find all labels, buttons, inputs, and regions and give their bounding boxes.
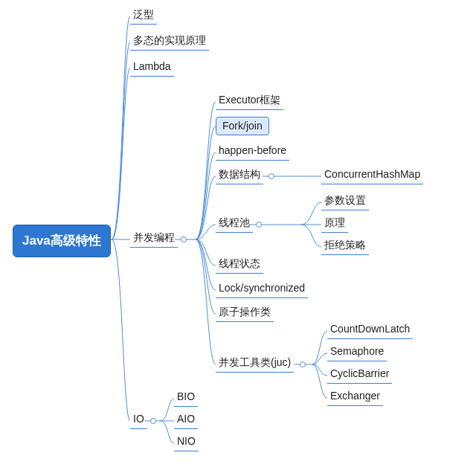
expand-toggle-io[interactable] [150, 418, 156, 424]
node-bio[interactable]: BIO [174, 388, 198, 407]
node-nio[interactable]: NIO [174, 433, 199, 451]
node-threadpool-params[interactable]: 参数设置 [321, 192, 369, 210]
node-label: IO [130, 411, 147, 429]
node-forkjoin[interactable]: Fork/join [216, 117, 269, 135]
mindmap-canvas: { "root": { "label": "Java高级特性" }, "leve… [0, 0, 476, 470]
node-label: CyclicBarrier [327, 365, 392, 384]
node-label: Semaphore [327, 343, 387, 361]
node-io[interactable]: IO [130, 411, 147, 429]
node-label: Lock/synchronized [216, 280, 308, 298]
node-label: 线程状态 [216, 255, 263, 274]
node-label: 参数设置 [321, 192, 369, 210]
expand-toggle-juc[interactable] [300, 361, 306, 367]
node-juc[interactable]: 并发工具类(juc) [216, 354, 294, 373]
node-threadpool-reject[interactable]: 拒绝策略 [321, 236, 369, 255]
node-executor[interactable]: Executor框架 [216, 91, 283, 110]
node-countdownlatch[interactable]: CountDownLatch [327, 321, 413, 339]
root-label: Java高级特性 [13, 225, 111, 257]
node-happenbefore[interactable]: happen-before [216, 142, 289, 161]
node-semaphore[interactable]: Semaphore [327, 343, 387, 361]
node-label: 原子操作类 [216, 303, 274, 322]
node-label: Exchanger [327, 387, 383, 406]
node-datastructure[interactable]: 数据结构 [216, 166, 263, 184]
node-aio[interactable]: AIO [174, 411, 198, 429]
node-label: BIO [174, 388, 198, 407]
node-generics[interactable]: 泛型 [130, 6, 157, 25]
node-label: Executor框架 [216, 91, 283, 110]
node-concurrenthashmap[interactable]: ConcurrentHashMap [321, 166, 423, 184]
node-label: 原理 [321, 214, 348, 233]
node-threadstate[interactable]: 线程状态 [216, 255, 263, 274]
node-label: 线程池 [216, 214, 253, 233]
node-concurrency[interactable]: 并发编程 [130, 229, 178, 248]
node-label: AIO [174, 411, 198, 429]
node-label: 并发编程 [130, 229, 178, 248]
node-label: Lambda [130, 58, 174, 77]
expand-toggle-datastructure[interactable] [268, 173, 274, 179]
node-atomic[interactable]: 原子操作类 [216, 303, 274, 322]
node-label: 并发工具类(juc) [216, 354, 294, 373]
node-lambda[interactable]: Lambda [130, 58, 174, 77]
node-exchanger[interactable]: Exchanger [327, 387, 383, 406]
node-label: ConcurrentHashMap [321, 166, 423, 184]
node-threadpool[interactable]: 线程池 [216, 214, 253, 233]
node-cyclicbarrier[interactable]: CyclicBarrier [327, 365, 392, 384]
node-label: 多态的实现原理 [130, 32, 209, 51]
node-polymorphism[interactable]: 多态的实现原理 [130, 32, 209, 51]
node-label: 拒绝策略 [321, 236, 369, 255]
node-label: NIO [174, 433, 199, 451]
node-threadpool-principle[interactable]: 原理 [321, 214, 348, 233]
node-lock[interactable]: Lock/synchronized [216, 280, 308, 298]
node-label: 数据结构 [216, 166, 263, 184]
node-label: 泛型 [130, 6, 157, 25]
root-node[interactable]: Java高级特性 [13, 225, 111, 257]
node-label: CountDownLatch [327, 321, 413, 339]
expand-toggle-threadpool[interactable] [256, 222, 262, 228]
expand-toggle-concurrency[interactable] [181, 236, 187, 242]
node-label: happen-before [216, 142, 289, 161]
node-label: Fork/join [216, 117, 269, 135]
